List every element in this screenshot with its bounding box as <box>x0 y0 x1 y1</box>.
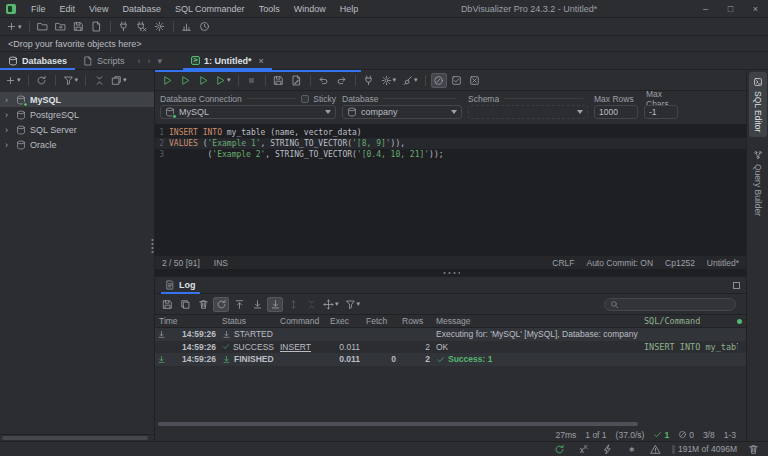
maximize-button[interactable]: □ <box>718 0 743 18</box>
sticky-checkbox[interactable] <box>301 95 309 103</box>
col-status[interactable]: Status <box>219 316 277 326</box>
execute-options-button[interactable]: ▾ <box>213 73 233 88</box>
execute-button[interactable] <box>159 73 175 88</box>
menu-window[interactable]: Window <box>287 0 333 18</box>
menu-tools[interactable]: Tools <box>252 0 287 18</box>
code-line-3[interactable]: 3 ('Example 2', STRING_TO_VECTOR('[0.4, … <box>155 149 746 160</box>
copy-log-button[interactable] <box>177 297 193 312</box>
clear-log-button[interactable] <box>195 297 211 312</box>
code-line-2[interactable]: 2VALUES ('Example 1', STRING_TO_VECTOR('… <box>155 138 746 149</box>
open-file-button[interactable] <box>53 19 69 34</box>
vtab-query-builder[interactable]: Query Builder <box>749 145 767 221</box>
sql-code-editor[interactable]: 1INSERT INTO my_table (name, vector_data… <box>155 125 746 255</box>
menu-help[interactable]: Help <box>333 0 366 18</box>
disconnect-button[interactable] <box>134 19 150 34</box>
tab-editor-1[interactable]: >1: Untitled*× <box>183 52 272 70</box>
connection-item-mysql[interactable]: ›MySQL <box>0 92 154 107</box>
new-object-button[interactable]: ▾ <box>4 19 24 34</box>
sidebar-splitter[interactable] <box>151 238 154 254</box>
col-sql-command[interactable]: SQL/Command <box>641 316 738 326</box>
pin-log-button[interactable] <box>213 297 229 312</box>
connection-item-postgresql[interactable]: ›PostgreSQL <box>0 107 154 122</box>
save-script-button[interactable] <box>271 73 287 88</box>
background-tasks-icon[interactable]: ∗ <box>624 443 640 456</box>
fit-columns-button[interactable]: ▾ <box>321 297 341 312</box>
connection-item-sql-server[interactable]: ›SQL Server <box>0 122 154 137</box>
connection-select[interactable]: MySQL <box>160 105 336 119</box>
auto-complete-button[interactable] <box>431 73 447 88</box>
col-fetch[interactable]: Fetch <box>363 316 399 326</box>
chevron-right-icon[interactable]: › <box>5 95 12 105</box>
chevron-right-icon[interactable]: › <box>5 110 12 120</box>
format-sql-button[interactable]: ▾ <box>400 73 420 88</box>
power-status-icon[interactable] <box>600 443 616 456</box>
scroll-to-top-button[interactable] <box>231 297 247 312</box>
tail-log-button[interactable] <box>267 297 283 312</box>
log-row[interactable]: 14:59:26SUCCESSINSERT0.0112OKINSERT INTO… <box>155 341 746 354</box>
save-bookmark-button[interactable] <box>89 19 105 34</box>
execute-current-button[interactable] <box>177 73 193 88</box>
scroll-to-end-button[interactable] <box>249 297 265 312</box>
close-editor-button[interactable] <box>467 73 483 88</box>
close-button[interactable]: × <box>743 0 768 18</box>
refresh-tree-button[interactable] <box>34 73 50 88</box>
connection-item-oracle[interactable]: ›Oracle <box>0 137 154 152</box>
collapse-all-button[interactable] <box>91 73 107 88</box>
editor-settings-button[interactable]: ▾ <box>379 73 399 88</box>
tab-databases[interactable]: Databases <box>0 52 75 70</box>
menu-view[interactable]: View <box>82 0 115 18</box>
database-select[interactable]: company <box>342 105 462 119</box>
new-connection-button[interactable]: ▾ <box>3 73 23 88</box>
cell-command[interactable]: INSERT <box>277 342 327 352</box>
execute-buffer-button[interactable] <box>195 73 211 88</box>
filter-tree-button[interactable]: ▾ <box>61 73 81 88</box>
max-chars-input[interactable] <box>644 105 678 119</box>
tab-list-button[interactable]: ▾ <box>156 56 165 66</box>
tool-properties-button[interactable] <box>152 19 168 34</box>
prev-tab-button[interactable]: ‹ <box>136 56 143 66</box>
log-hscrollbar[interactable] <box>155 421 746 428</box>
previous-statement-button[interactable] <box>316 73 332 88</box>
menu-database[interactable]: Database <box>115 0 168 18</box>
memory-indicator[interactable]: 191M of 4096M <box>672 444 737 454</box>
next-tab-button[interactable]: › <box>146 56 153 66</box>
vtab-sql-editor[interactable]: SQL Editor <box>749 72 767 137</box>
log-row[interactable]: 14:59:26STARTEDExecuting for: 'MySQL' [M… <box>155 328 746 341</box>
commit-button[interactable] <box>361 73 377 88</box>
shortcut-icon[interactable]: xK <box>576 443 592 456</box>
log-splitter[interactable] <box>155 269 746 276</box>
sidebar-hscrollbar[interactable] <box>0 434 154 441</box>
code-line-1[interactable]: 1INSERT INTO my_table (name, vector_data… <box>155 127 746 138</box>
save-script-as-button[interactable] <box>289 73 305 88</box>
warnings-icon[interactable] <box>648 443 664 456</box>
connect-button[interactable] <box>116 19 132 34</box>
export-log-button[interactable] <box>159 297 175 312</box>
open-window-button[interactable]: ▾ <box>109 73 129 88</box>
log-search-input[interactable] <box>622 298 730 310</box>
tab-log[interactable]: Log <box>161 277 200 294</box>
close-tab-icon[interactable]: × <box>259 56 264 66</box>
charts-button[interactable] <box>179 19 195 34</box>
menu-sql-commander[interactable]: SQL Commander <box>168 0 252 18</box>
minimize-button[interactable]: – <box>693 0 718 18</box>
open-connection-button[interactable] <box>35 19 51 34</box>
col-command[interactable]: Command <box>277 316 327 326</box>
col-rows[interactable]: Rows <box>399 316 433 326</box>
col-time[interactable]: Time <box>155 316 219 326</box>
max-rows-input[interactable] <box>594 105 638 119</box>
filter-log-button[interactable]: ▾ <box>343 297 363 312</box>
chevron-right-icon[interactable]: › <box>5 140 12 150</box>
col-message[interactable]: Message <box>433 316 641 326</box>
history-button[interactable] <box>197 19 213 34</box>
menu-file[interactable]: File <box>24 0 53 18</box>
edit-mode-button[interactable] <box>449 73 465 88</box>
next-statement-button[interactable] <box>334 73 350 88</box>
sync-status-icon[interactable] <box>552 443 568 456</box>
tab-scripts[interactable]: Scripts <box>75 52 133 70</box>
schema-select[interactable] <box>468 105 588 119</box>
save-button[interactable] <box>71 19 87 34</box>
log-row[interactable]: 14:59:26FINISHED0.01102Success: 1 <box>155 353 746 366</box>
run-gc-button[interactable] <box>745 443 761 456</box>
chevron-right-icon[interactable]: › <box>5 125 12 135</box>
maximize-panel-icon[interactable] <box>733 282 740 289</box>
